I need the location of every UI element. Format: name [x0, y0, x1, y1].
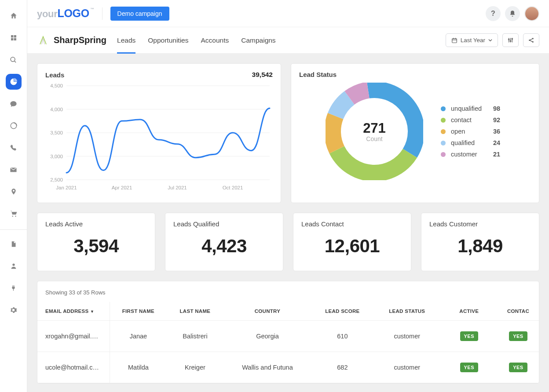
table-row[interactable]: ucole@hotmail.c…MatildaKreigerWallis and… [37, 352, 539, 383]
svg-point-17 [509, 39, 510, 40]
pin-icon[interactable] [6, 184, 22, 200]
stat-label: Leads Qualified [173, 220, 275, 228]
tab-accounts[interactable]: Accounts [201, 27, 229, 53]
stat-card: Leads Active3,594 [37, 213, 155, 271]
legend-item: qualified24 [441, 139, 500, 146]
tab-leads[interactable]: Leads [117, 27, 135, 53]
svg-rect-1 [14, 35, 16, 37]
svg-text:4,500: 4,500 [50, 83, 63, 88]
target-icon[interactable] [6, 118, 22, 134]
svg-point-9 [12, 264, 15, 266]
date-filter-button[interactable]: Last Year [446, 33, 498, 47]
grid-icon[interactable] [6, 30, 22, 46]
tabs: Leads Opportunities Accounts Campaigns [117, 27, 276, 53]
leads-table-card: Showing 33 of 35 Rows EMAIL ADDRESS ▼FIR… [37, 281, 539, 384]
leads-chart-title: Leads [45, 71, 64, 79]
stat-card: Leads Contact12,601 [293, 213, 411, 271]
cart-icon[interactable] [6, 206, 22, 221]
svg-point-19 [512, 38, 513, 40]
search-icon[interactable] [6, 52, 22, 68]
sidebar [0, 0, 27, 392]
legend-item: unqualified98 [441, 105, 500, 112]
share-icon [528, 37, 534, 44]
home-icon[interactable] [6, 8, 22, 24]
chat-icon[interactable] [6, 96, 22, 112]
subheader: SharpSpring Leads Opportunities Accounts… [27, 27, 549, 54]
svg-text:3,500: 3,500 [50, 130, 63, 135]
table-row[interactable]: xrogahn@gmail.…JanaeBalistreriGeorgia610… [37, 321, 539, 352]
table-header[interactable]: COUNTRY [223, 302, 311, 321]
svg-text:Apr 2021: Apr 2021 [112, 185, 132, 190]
bell-icon[interactable] [505, 6, 520, 21]
svg-line-5 [15, 61, 16, 62]
svg-rect-10 [452, 38, 457, 42]
gear-icon[interactable] [6, 302, 22, 318]
svg-text:4,000: 4,000 [50, 107, 63, 112]
svg-line-24 [530, 40, 532, 42]
svg-point-8 [15, 216, 16, 217]
app-logo-icon [37, 34, 49, 47]
chevron-down-icon [488, 38, 492, 42]
svg-text:3,000: 3,000 [50, 154, 63, 159]
topbar: yourLOGO™ Demo campaign ? [27, 0, 549, 27]
legend-item: contact92 [441, 116, 500, 123]
stat-label: Leads Customer [429, 220, 531, 228]
demo-campaign-button[interactable]: Demo campaign [110, 7, 169, 21]
donut-legend: unqualified98contact92open36qualified24c… [441, 105, 500, 158]
app-name: SharpSpring [54, 35, 106, 45]
donut-label: Count [363, 135, 386, 142]
leads-chart-card: Leads 39,542 2,5003,0003,5004,0004,500Ja… [37, 63, 281, 203]
share-button[interactable] [523, 33, 539, 47]
svg-rect-0 [11, 35, 13, 37]
lead-status-card: Lead Status 271 Count unqualified98conta… [291, 63, 539, 203]
tab-opportunities[interactable]: Opportunities [148, 27, 188, 53]
tab-campaigns[interactable]: Campaigns [241, 27, 275, 53]
svg-point-18 [510, 40, 511, 42]
table-header[interactable]: LEAD SCORE [311, 302, 373, 321]
svg-point-4 [11, 57, 15, 62]
legend-item: open36 [441, 128, 500, 135]
svg-text:Jan 2021: Jan 2021 [56, 185, 77, 190]
leads-table: EMAIL ADDRESS ▼FIRST NAMELAST NAMECOUNTR… [37, 302, 539, 383]
stat-value: 4,423 [173, 236, 275, 257]
plug-icon[interactable] [6, 280, 22, 296]
table-header[interactable]: CONTAC [498, 302, 539, 321]
svg-line-23 [530, 39, 532, 40]
lead-status-title: Lead Status [299, 71, 531, 78]
stat-value: 3,594 [45, 236, 147, 257]
table-header[interactable]: FIRST NAME [110, 302, 167, 321]
stat-card: Leads Customer1,849 [421, 213, 539, 271]
chart-pie-icon[interactable] [6, 74, 22, 90]
stat-label: Leads Active [45, 220, 147, 228]
logo: yourLOGO™ [37, 7, 94, 20]
svg-text:Jul 2021: Jul 2021 [168, 185, 187, 190]
settings-sliders-button[interactable] [502, 33, 519, 47]
leads-line-chart: 2,5003,0003,5004,0004,500Jan 2021Apr 202… [45, 81, 274, 196]
svg-rect-2 [11, 38, 13, 40]
sliders-icon [507, 37, 514, 44]
table-header[interactable]: LAST NAME [167, 302, 223, 321]
svg-text:2,500: 2,500 [50, 177, 63, 182]
user-icon[interactable] [6, 258, 22, 274]
svg-point-7 [12, 216, 13, 217]
help-icon[interactable]: ? [486, 6, 501, 21]
calendar-icon [451, 37, 458, 44]
table-meta: Showing 33 of 35 Rows [37, 281, 539, 302]
stat-value: 12,601 [301, 236, 403, 257]
stat-card: Leads Qualified4,423 [165, 213, 283, 271]
mail-icon[interactable] [6, 162, 22, 178]
svg-text:Oct 2021: Oct 2021 [223, 185, 243, 190]
leads-chart-value: 39,542 [252, 71, 273, 79]
table-header[interactable]: LEAD STATUS [373, 302, 441, 321]
file-icon[interactable] [6, 236, 22, 252]
svg-rect-3 [14, 38, 16, 40]
donut-total: 271 [363, 120, 386, 136]
stat-label: Leads Contact [301, 220, 403, 228]
legend-item: customer21 [441, 151, 500, 158]
stat-value: 1,849 [429, 236, 531, 257]
phone-icon[interactable] [6, 140, 22, 156]
avatar[interactable] [524, 6, 539, 21]
table-header[interactable]: EMAIL ADDRESS ▼ [37, 302, 110, 321]
table-header[interactable]: ACTIVE [441, 302, 498, 321]
